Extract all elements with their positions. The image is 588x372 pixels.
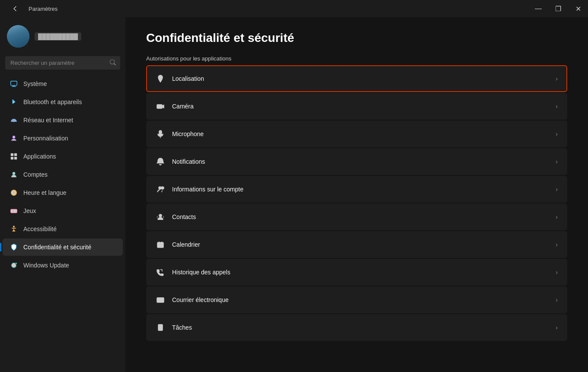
settings-list: Localisation › Caméra ›	[146, 65, 567, 341]
call-history-icon	[156, 267, 165, 277]
sidebar-item-accessibilite[interactable]: Accessibilité	[3, 220, 123, 238]
settings-item-calendrier[interactable]: Calendrier ›	[146, 231, 567, 258]
settings-item-contacts-label: Contacts	[172, 213, 196, 220]
svg-point-9	[13, 172, 15, 175]
search-icon	[110, 59, 116, 67]
svg-point-16	[159, 187, 161, 189]
sidebar-item-accessibilite-label: Accessibilité	[23, 226, 57, 232]
bluetooth-icon	[10, 98, 18, 106]
user-section: ██████████	[0, 21, 125, 54]
sidebar-item-confidentialite[interactable]: Confidentialité et sécurité	[3, 238, 123, 256]
content-area: Confidentialité et sécurité Autorisation…	[125, 17, 588, 372]
settings-item-informations[interactable]: Informations sur le compte ›	[146, 176, 567, 203]
settings-item-historique-label: Historique des appels	[172, 269, 230, 276]
sidebar-item-personnalisation-label: Personnalisation	[23, 135, 68, 142]
settings-item-localisation-label: Localisation	[172, 75, 204, 82]
chevron-right-icon: ›	[556, 103, 558, 110]
location-icon	[156, 74, 165, 83]
system-icon	[10, 79, 18, 88]
chevron-right-icon: ›	[556, 213, 558, 220]
settings-item-notifications[interactable]: Notifications ›	[146, 148, 567, 175]
close-button[interactable]: ✕	[568, 0, 588, 17]
settings-item-taches-label: Tâches	[172, 324, 192, 331]
apps-icon	[10, 152, 18, 161]
window-title: Paramètres	[29, 6, 58, 12]
svg-point-4	[13, 136, 15, 138]
sidebar-item-applications[interactable]: Applications	[3, 148, 123, 165]
svg-point-13	[160, 76, 161, 78]
svg-rect-5	[11, 153, 13, 156]
sidebar-item-personnalisation[interactable]: Personnalisation	[3, 130, 123, 147]
accounts-icon	[10, 170, 18, 179]
sidebar: ██████████ Système Bluetooth et appareil…	[0, 17, 125, 372]
chevron-right-icon: ›	[556, 75, 558, 82]
privacy-icon	[10, 243, 18, 251]
settings-item-notifications-label: Notifications	[172, 158, 205, 165]
section-label: Autorisations pour les applications	[146, 55, 567, 62]
sidebar-item-systeme[interactable]: Système	[3, 75, 123, 92]
user-name: ██████████	[35, 32, 81, 41]
sidebar-item-reseau[interactable]: Réseau et Internet	[3, 111, 123, 129]
minimize-button[interactable]: —	[528, 0, 548, 17]
search-input[interactable]	[5, 56, 120, 70]
settings-item-calendrier-label: Calendrier	[172, 241, 200, 248]
settings-item-camera-label: Caméra	[172, 103, 194, 110]
settings-item-localisation[interactable]: Localisation ›	[146, 65, 567, 92]
svg-point-18	[159, 214, 162, 217]
search-box[interactable]	[5, 56, 120, 70]
time-icon	[10, 188, 18, 197]
bell-icon	[156, 157, 165, 166]
calendar-icon	[156, 240, 165, 249]
sidebar-item-reseau-label: Réseau et Internet	[23, 117, 73, 124]
sidebar-item-bluetooth[interactable]: Bluetooth et appareils	[3, 93, 123, 111]
chevron-right-icon: ›	[556, 269, 558, 276]
sidebar-item-heure[interactable]: Heure et langue	[3, 184, 123, 201]
settings-item-taches[interactable]: Tâches ›	[146, 314, 567, 341]
microphone-icon	[156, 129, 165, 139]
settings-item-courrier-label: Courrier électronique	[172, 296, 229, 303]
sidebar-item-windowsupdate-label: Windows Update	[23, 262, 69, 269]
settings-item-camera[interactable]: Caméra ›	[146, 93, 567, 120]
sidebar-item-windowsupdate[interactable]: Windows Update	[3, 257, 123, 274]
sidebar-item-jeux[interactable]: Jeux	[3, 202, 123, 219]
network-icon	[10, 116, 18, 124]
chevron-right-icon: ›	[556, 324, 558, 331]
sidebar-item-heure-label: Heure et langue	[23, 189, 67, 196]
sidebar-item-systeme-label: Système	[23, 80, 47, 87]
personalization-icon	[10, 134, 18, 143]
svg-rect-14	[157, 105, 162, 108]
window-controls: — ❐ ✕	[528, 0, 588, 17]
svg-rect-8	[14, 157, 17, 159]
tasks-icon	[156, 323, 165, 332]
settings-item-informations-label: Informations sur le compte	[172, 186, 243, 193]
svg-rect-19	[157, 242, 163, 248]
back-button[interactable]	[5, 0, 25, 17]
games-icon	[10, 207, 18, 215]
mail-icon	[156, 295, 165, 305]
settings-item-courrier[interactable]: Courrier électronique ›	[146, 286, 567, 313]
svg-rect-11	[11, 209, 17, 213]
svg-point-17	[161, 187, 164, 189]
settings-item-microphone[interactable]: Microphone ›	[146, 121, 567, 147]
chevron-right-icon: ›	[556, 241, 558, 248]
sidebar-item-jeux-label: Jeux	[23, 207, 36, 214]
svg-rect-6	[14, 153, 17, 156]
contacts-icon	[156, 212, 165, 222]
accessibility-icon	[10, 225, 18, 233]
account-info-icon	[156, 184, 165, 194]
settings-item-historique[interactable]: Historique des appels ›	[146, 259, 567, 286]
sidebar-item-confidentialite-label: Confidentialité et sécurité	[23, 244, 91, 251]
titlebar: Paramètres — ❐ ✕	[0, 0, 588, 17]
sidebar-item-comptes-label: Comptes	[23, 171, 48, 178]
sidebar-item-applications-label: Applications	[23, 153, 56, 160]
svg-point-3	[13, 121, 14, 122]
sidebar-item-comptes[interactable]: Comptes	[3, 166, 123, 183]
update-icon	[10, 261, 18, 270]
settings-item-microphone-label: Microphone	[172, 130, 204, 137]
settings-item-contacts[interactable]: Contacts ›	[146, 203, 567, 230]
chevron-right-icon: ›	[556, 296, 558, 303]
svg-point-12	[13, 226, 15, 227]
maximize-button[interactable]: ❐	[548, 0, 568, 17]
camera-icon	[156, 102, 165, 111]
svg-rect-0	[11, 81, 17, 86]
